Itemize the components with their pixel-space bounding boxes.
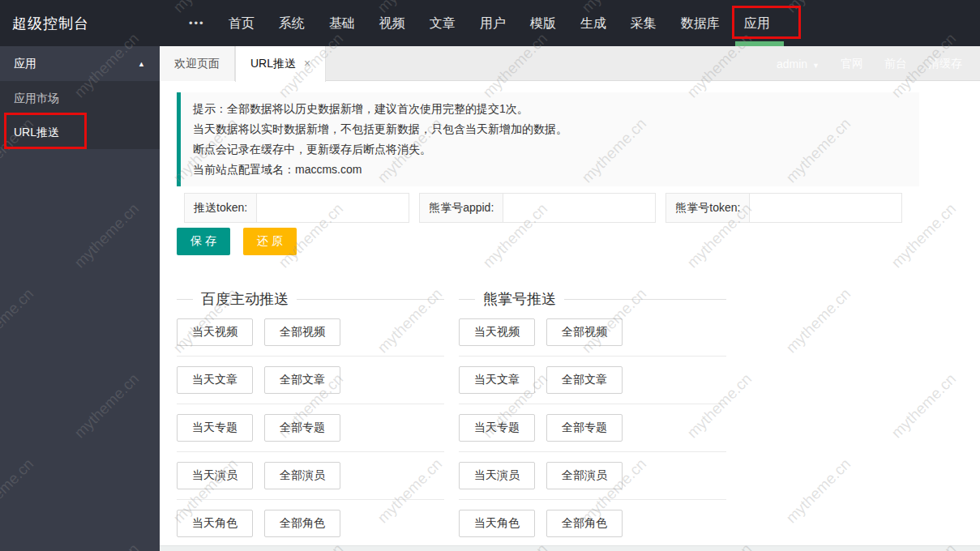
section-title-xiongzhanghao-push: 熊掌号推送 — [459, 289, 726, 309]
push-token-input[interactable] — [257, 194, 409, 222]
link-official-site[interactable]: 官网 — [841, 57, 863, 71]
link-clear-cache[interactable]: 清缓存 — [928, 57, 962, 71]
action-row: 保 存 还 原 — [177, 228, 980, 255]
button-row: 当天角色全部角色 — [459, 500, 726, 547]
tip-line: 断点会记录在缓存中，更新缓存后断点将消失。 — [193, 139, 907, 160]
nav-item-video[interactable]: 视频 — [367, 0, 417, 46]
section-title-baidu-push: 百度主动推送 — [177, 289, 444, 309]
baidu-push-all-topic-button[interactable]: 全部专题 — [264, 414, 340, 442]
xiongzhanghao-push-all-role-button[interactable]: 全部角色 — [546, 510, 623, 537]
content: 提示：全部数据将以历史数据新增，建议首次使用完整的提交1次。当天数据将以实时数据… — [160, 81, 980, 551]
field-label-xzh-token: 熊掌号token: — [666, 194, 750, 222]
nav-item-database[interactable]: 数据库 — [669, 0, 732, 46]
nav-item-basic[interactable]: 基础 — [317, 0, 367, 46]
xiongzhanghao-push-all-topic-button[interactable]: 全部专题 — [546, 414, 623, 442]
xiongzhanghao-push-all-article-button[interactable]: 全部文章 — [546, 366, 623, 394]
nav-item-template[interactable]: 模版 — [518, 0, 568, 46]
tab-label: URL推送 — [250, 57, 296, 70]
nav-item-generate[interactable]: 生成 — [568, 0, 618, 46]
link-front-site[interactable]: 前台 — [884, 57, 907, 71]
push-sections: 百度主动推送当天视频全部视频当天文章全部文章当天专题全部专题当天演员全部演员当天… — [177, 289, 980, 547]
xiongzhanghao-push-today-actor-button[interactable]: 当天演员 — [459, 462, 535, 489]
tip-box: 提示：全部数据将以历史数据新增，建议首次使用完整的提交1次。当天数据将以实时数据… — [177, 92, 919, 186]
nav-item-app[interactable]: 应用 — [732, 0, 782, 46]
restore-button[interactable]: 还 原 — [243, 228, 297, 255]
main-nav: 首页系统基础视频文章用户模版生成采集数据库应用 — [216, 0, 782, 46]
field-label-push-token: 推送token: — [185, 194, 257, 222]
section-xiongzhanghao-push: 熊掌号推送当天视频全部视频当天文章全部文章当天专题全部专题当天演员全部演员当天角… — [459, 289, 726, 547]
user-menu[interactable]: admin▼ — [777, 58, 820, 70]
username: admin — [777, 58, 807, 70]
xzh-appid-input[interactable] — [503, 194, 655, 222]
xiongzhanghao-push-today-role-button[interactable]: 当天角色 — [459, 510, 535, 537]
tab-url-push[interactable]: URL推送× — [235, 46, 326, 82]
baidu-push-all-role-button[interactable]: 全部角色 — [264, 510, 340, 537]
active-nav-indicator — [735, 41, 784, 46]
nav-item-user[interactable]: 用户 — [468, 0, 518, 46]
button-row: 当天视频全部视频 — [177, 309, 444, 357]
bottom-strip — [160, 545, 980, 551]
sidebar-group-app[interactable]: 应用 ▲ — [0, 46, 160, 81]
button-row: 当天角色全部角色 — [177, 500, 444, 547]
sidebar: 应用 ▲ 应用市场URL推送 — [0, 46, 160, 551]
field-group-xzh-token: 熊掌号token: — [665, 193, 902, 223]
baidu-push-today-article-button[interactable]: 当天文章 — [177, 366, 253, 394]
token-form: 推送token:熊掌号appid:熊掌号token: — [184, 193, 980, 223]
sidebar-item-app-market[interactable]: 应用市场 — [0, 81, 160, 115]
field-group-push-token: 推送token: — [184, 193, 409, 223]
user-bar: admin▼官网前台清缓存 — [777, 46, 962, 81]
xiongzhanghao-push-today-video-button[interactable]: 当天视频 — [459, 318, 535, 346]
field-label-xzh-appid: 熊掌号appid: — [420, 194, 503, 222]
tab-label: 欢迎页面 — [174, 57, 220, 70]
button-row: 当天文章全部文章 — [177, 357, 444, 404]
xzh-token-input[interactable] — [750, 194, 901, 222]
save-button[interactable]: 保 存 — [177, 228, 230, 255]
sidebar-item-url-push[interactable]: URL推送 — [0, 115, 160, 149]
field-group-xzh-appid: 熊掌号appid: — [419, 193, 656, 223]
sidebar-items: 应用市场URL推送 — [0, 81, 160, 149]
nav-item-home[interactable]: 首页 — [216, 0, 267, 46]
app-logo: 超级控制台 — [0, 14, 160, 33]
tip-line: 当天数据将以实时数据新增，不包括更新数据，只包含当天新增加的数据。 — [193, 119, 907, 139]
button-row: 当天演员全部演员 — [177, 452, 444, 500]
baidu-push-today-role-button[interactable]: 当天角色 — [177, 510, 253, 537]
xiongzhanghao-push-today-topic-button[interactable]: 当天专题 — [459, 414, 535, 442]
tip-line: 提示：全部数据将以历史数据新增，建议首次使用完整的提交1次。 — [193, 99, 907, 119]
nav-item-article[interactable]: 文章 — [417, 0, 468, 46]
baidu-push-today-topic-button[interactable]: 当天专题 — [177, 414, 253, 442]
sidebar-group-label: 应用 — [14, 57, 36, 71]
tab-welcome[interactable]: 欢迎页面 — [160, 46, 235, 81]
xiongzhanghao-push-all-actor-button[interactable]: 全部演员 — [546, 462, 623, 489]
top-header: 超级控制台 ••• 首页系统基础视频文章用户模版生成采集数据库应用 — [0, 0, 980, 46]
button-row: 当天文章全部文章 — [459, 357, 726, 404]
nav-item-system[interactable]: 系统 — [267, 0, 317, 46]
button-row: 当天专题全部专题 — [459, 404, 726, 452]
chevron-down-icon: ▼ — [812, 62, 820, 70]
xiongzhanghao-push-today-article-button[interactable]: 当天文章 — [459, 366, 535, 394]
close-tab-icon[interactable]: × — [304, 57, 310, 70]
button-row: 当天视频全部视频 — [459, 309, 726, 357]
baidu-push-today-actor-button[interactable]: 当天演员 — [177, 462, 253, 489]
baidu-push-all-article-button[interactable]: 全部文章 — [264, 366, 340, 394]
xiongzhanghao-push-all-video-button[interactable]: 全部视频 — [546, 318, 623, 346]
tip-line: 当前站点配置域名：maccms.com — [193, 160, 907, 180]
more-menu-icon[interactable]: ••• — [178, 0, 216, 46]
tabs: 欢迎页面URL推送× — [160, 46, 326, 80]
baidu-push-all-actor-button[interactable]: 全部演员 — [264, 462, 340, 489]
section-baidu-push: 百度主动推送当天视频全部视频当天文章全部文章当天专题全部专题当天演员全部演员当天… — [177, 289, 444, 547]
baidu-push-today-video-button[interactable]: 当天视频 — [177, 318, 253, 346]
button-row: 当天演员全部演员 — [459, 452, 726, 500]
button-row: 当天专题全部专题 — [177, 404, 444, 452]
collapse-arrow-icon: ▲ — [138, 60, 145, 68]
nav-item-collect[interactable]: 采集 — [618, 0, 669, 46]
baidu-push-all-video-button[interactable]: 全部视频 — [264, 318, 340, 346]
